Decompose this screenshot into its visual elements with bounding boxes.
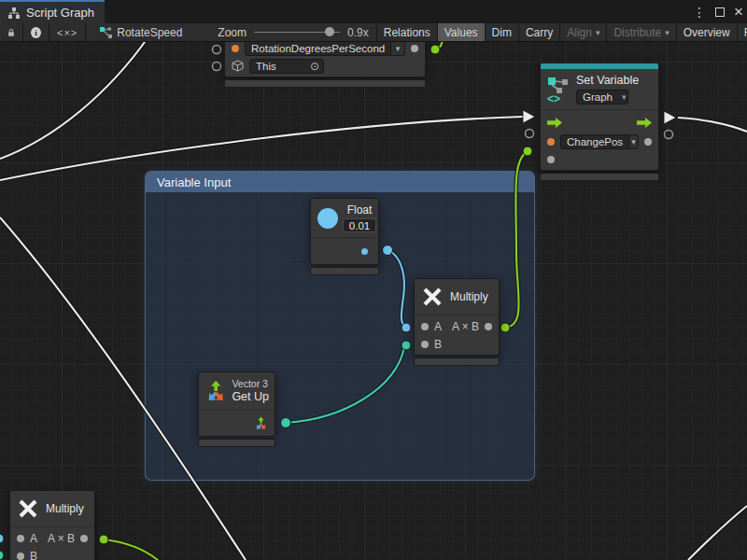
group-title: Variable Input: [157, 175, 231, 189]
tab-title: Script Graph: [26, 6, 94, 20]
node-type-label: Vector 3: [232, 378, 269, 389]
zoom-control: Zoom 0.9x: [190, 23, 375, 41]
node-footer: [224, 79, 426, 88]
window-menu-icon[interactable]: ⋮: [693, 6, 706, 19]
target-field[interactable]: This ⊙: [249, 59, 324, 74]
port-out-label: A × B: [452, 320, 479, 333]
group-header[interactable]: Variable Input: [146, 172, 534, 192]
zoom-label: Zoom: [218, 26, 247, 39]
variable-scope-dropdown[interactable]: Graph ▾: [576, 90, 628, 105]
chevron-down-icon[interactable]: ▾: [628, 135, 638, 148]
chevron-down-icon: ▾: [665, 28, 669, 37]
distribute-button[interactable]: Distribute▾: [607, 23, 676, 41]
chevron-down-icon: ▾: [596, 28, 600, 37]
overview-button[interactable]: Overview: [677, 23, 738, 41]
port-b-label: B: [30, 550, 37, 560]
svg-text:<>: <>: [547, 92, 560, 104]
lock-icon: [7, 27, 15, 38]
node-footer: [310, 267, 379, 275]
values-button[interactable]: Values: [438, 23, 486, 41]
graph-hierarchy-icon: [7, 7, 21, 20]
port-value-out[interactable]: [644, 138, 652, 146]
node-footer: [198, 439, 275, 447]
graph-breadcrumb[interactable]: RotateSpeed: [86, 23, 190, 41]
port-float-out[interactable]: [361, 248, 368, 255]
float-icon: [317, 208, 338, 229]
info-button[interactable]: i: [23, 23, 49, 41]
node-multiply-bottom[interactable]: Multiply A A × B B: [9, 490, 95, 560]
zoom-value: 0.9x: [347, 26, 369, 39]
float-value-input[interactable]: 0.01: [343, 218, 376, 232]
control-out-arrow[interactable]: [637, 118, 652, 128]
port-a-label: A: [434, 320, 442, 333]
align-button[interactable]: Align▾: [560, 23, 607, 41]
port-b[interactable]: [17, 553, 24, 560]
port-out[interactable]: [80, 535, 88, 542]
port-variable-name[interactable]: [547, 138, 555, 146]
port-value-out[interactable]: [411, 45, 418, 52]
port-value-in[interactable]: [547, 156, 555, 163]
node-get-variable[interactable]: RotationDegreesPerSecond ▾ This ⊙: [224, 35, 426, 88]
node-title: Get Up: [232, 390, 269, 403]
code-view-button[interactable]: <×>: [49, 23, 86, 41]
zoom-slider-handle[interactable]: [325, 27, 334, 36]
node-title: Multiply: [46, 502, 84, 515]
port-a-label: A: [30, 532, 37, 545]
zoom-slider[interactable]: [254, 32, 340, 33]
node-title: Float: [347, 203, 373, 217]
code-icon: <×>: [57, 27, 78, 38]
port-vector3-out-icon[interactable]: [254, 416, 268, 430]
multiply-icon: [421, 286, 444, 308]
port-variable-name[interactable]: [232, 45, 239, 52]
relations-button[interactable]: Relations: [376, 23, 438, 41]
set-variable-icon: <>: [547, 76, 570, 104]
title-bar: Script Graph ⋮ ×: [0, 0, 747, 23]
close-icon[interactable]: ×: [734, 4, 743, 20]
node-set-variable[interactable]: <> Set Variable Graph ▾: [540, 63, 659, 181]
variable-name-dropdown[interactable]: RotationDegreesPerSecond ▾: [245, 41, 405, 56]
lock-button[interactable]: [0, 23, 23, 41]
node-get-up[interactable]: Vector 3 Get Up: [198, 371, 275, 447]
chevron-down-icon[interactable]: ▾: [390, 42, 404, 55]
node-float-literal[interactable]: Float 0.01: [310, 198, 379, 275]
port-a[interactable]: [421, 323, 429, 330]
port-out[interactable]: [485, 323, 492, 330]
node-footer: [414, 357, 500, 366]
port-b[interactable]: [421, 341, 429, 348]
script-graph-window: Variable Input: [0, 0, 747, 560]
port-a[interactable]: [17, 535, 24, 542]
object-picker-icon[interactable]: ⊙: [310, 60, 323, 73]
graph-toolbar: i <×> RotateSpeed Zoom 0.9x Relations Va…: [0, 23, 747, 42]
port-b-label: B: [434, 338, 442, 351]
variable-name-dropdown[interactable]: ChangePos ▾: [560, 134, 639, 149]
multiply-icon: [17, 497, 39, 520]
fullscreen-button[interactable]: Full Screen: [738, 23, 747, 41]
graph-name: RotateSpeed: [117, 26, 182, 39]
tab-script-graph[interactable]: Script Graph: [0, 0, 105, 23]
info-icon: i: [31, 27, 41, 38]
node-footer: [540, 173, 659, 181]
vector3-icon: [204, 379, 227, 403]
graph-node-icon: [99, 26, 112, 39]
cube-icon: [232, 60, 244, 72]
dim-button[interactable]: Dim: [486, 23, 519, 41]
node-title: Multiply: [450, 290, 488, 303]
port-out-label: A × B: [48, 532, 75, 545]
chevron-down-icon: ▾: [622, 92, 628, 102]
control-in-arrow[interactable]: [547, 118, 562, 128]
node-multiply-group[interactable]: Multiply A A × B B: [414, 278, 500, 366]
maximize-icon[interactable]: [715, 7, 725, 17]
carry-button[interactable]: Carry: [519, 23, 560, 41]
node-title: Set Variable: [576, 74, 639, 87]
